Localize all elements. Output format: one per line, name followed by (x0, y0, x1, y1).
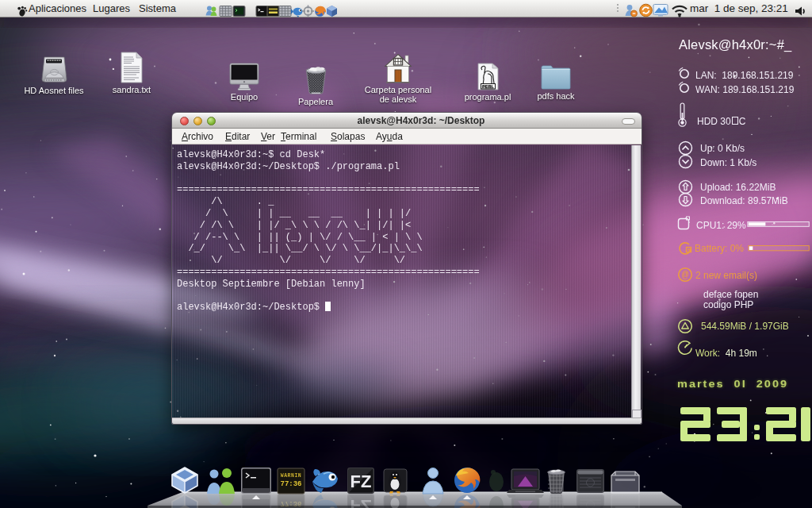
svg-text:@: @ (682, 269, 688, 281)
svg-text:WARNIN: WARNIN (281, 473, 301, 479)
svg-text:77:36: 77:36 (280, 480, 301, 488)
svg-text:FZ: FZ (350, 471, 372, 491)
svg-text:PERL: PERL (482, 84, 495, 89)
